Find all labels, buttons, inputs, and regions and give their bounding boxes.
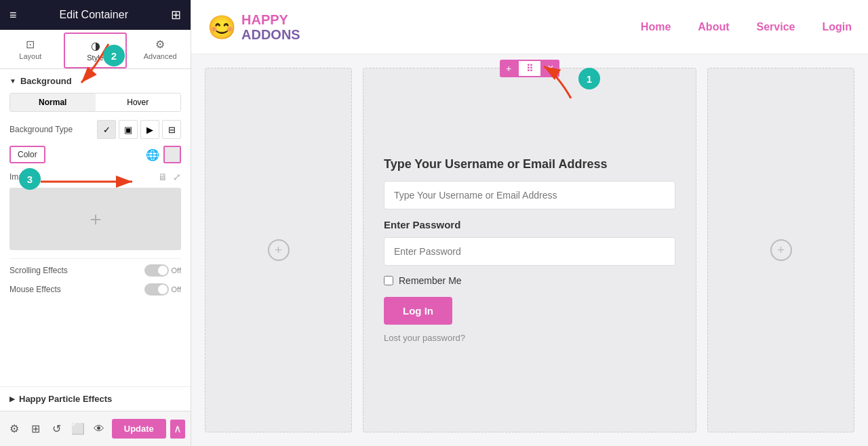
color-globe-icon[interactable]: 🌐 bbox=[146, 148, 159, 161]
color-controls: 🌐 bbox=[146, 146, 181, 163]
login-col: Type Your Username or Email Address Ente… bbox=[363, 68, 696, 432]
logo-happy: HAPPY bbox=[241, 12, 300, 27]
chevron-up-button[interactable]: ∧ bbox=[170, 420, 185, 439]
color-label: Color bbox=[9, 146, 45, 163]
tab-layout[interactable]: ⊡ Layout bbox=[0, 30, 61, 68]
eye-icon[interactable]: 👁 bbox=[90, 418, 107, 440]
logo-emoji: 😊 bbox=[208, 14, 236, 41]
top-nav: 😊 HAPPY ADDONS Home About Service Login bbox=[191, 0, 868, 54]
panel-header: ≡ Edit Container ⊞ bbox=[0, 0, 191, 30]
background-title: Background bbox=[20, 76, 72, 86]
left-col-add-button[interactable]: + bbox=[268, 239, 290, 261]
lost-password-link[interactable]: Lost your password? bbox=[384, 333, 675, 343]
nav-links: Home About Service Login bbox=[641, 21, 852, 33]
element-toolbar: + ⠿ × bbox=[500, 60, 559, 77]
left-col-placeholder: + bbox=[205, 68, 352, 432]
color-row: Color 🌐 bbox=[9, 146, 181, 163]
scrolling-off-label: Off bbox=[172, 266, 181, 275]
hamburger-icon[interactable]: ≡ bbox=[9, 8, 17, 22]
grid-icon[interactable]: ⊞ bbox=[171, 7, 181, 22]
color-swatch[interactable] bbox=[163, 146, 181, 163]
monitor-icon[interactable]: 🖥 bbox=[158, 171, 167, 182]
settings-icon[interactable]: ⚙ bbox=[5, 418, 22, 440]
toolbar-grid-button[interactable]: ⠿ bbox=[517, 60, 542, 77]
logo-addons: ADDONS bbox=[241, 27, 300, 42]
tab-layout-label: Layout bbox=[19, 52, 41, 60]
mouse-effects-label: Mouse Effects bbox=[9, 285, 144, 294]
tab-advanced-label: Advanced bbox=[144, 52, 177, 60]
right-col-placeholder: + bbox=[707, 68, 854, 432]
type-slide-btn[interactable]: ⊟ bbox=[162, 120, 181, 139]
mouse-effects-row: Mouse Effects Off bbox=[9, 283, 181, 296]
tab-style-label: Style bbox=[87, 54, 103, 62]
panel-tabs: ⊡ Layout ◑ Style ⚙ Advanced bbox=[0, 30, 191, 69]
divider-1 bbox=[9, 258, 181, 259]
toolbar-add-button[interactable]: + bbox=[500, 60, 517, 77]
username-input[interactable] bbox=[384, 181, 675, 209]
layers-icon[interactable]: ⊞ bbox=[26, 418, 43, 440]
login-form: Type Your Username or Email Address Ente… bbox=[384, 157, 675, 343]
hover-btn[interactable]: Hover bbox=[96, 94, 181, 111]
image-icons: 🖥 ⤢ bbox=[158, 171, 181, 182]
username-label: Type Your Username or Email Address bbox=[384, 157, 675, 171]
nav-home[interactable]: Home bbox=[641, 21, 671, 33]
scrolling-effects-toggle[interactable]: Off bbox=[144, 264, 181, 277]
scrolling-switch-thumb bbox=[158, 266, 167, 275]
left-panel: ≡ Edit Container ⊞ ⊡ Layout ◑ Style ⚙ Ad… bbox=[0, 0, 191, 446]
background-arrow-icon: ▼ bbox=[9, 77, 16, 85]
image-upload-area[interactable]: ＋ bbox=[9, 188, 181, 250]
particle-effects-label: Happy Particle Effects bbox=[19, 394, 112, 404]
background-type-icons: ✓ ▣ ▶ ⊟ bbox=[97, 120, 181, 139]
main-area: 😊 HAPPY ADDONS Home About Service Login … bbox=[191, 0, 868, 446]
advanced-icon: ⚙ bbox=[155, 38, 165, 51]
remember-label: Remember Me bbox=[399, 275, 462, 286]
nav-login[interactable]: Login bbox=[822, 21, 852, 33]
mouse-off-label: Off bbox=[172, 285, 181, 293]
logo-text: HAPPY ADDONS bbox=[241, 12, 300, 42]
type-video-btn[interactable]: ▶ bbox=[140, 120, 159, 139]
nav-about[interactable]: About bbox=[698, 21, 729, 33]
history-icon[interactable]: ↺ bbox=[48, 418, 65, 440]
scrolling-effects-label: Scrolling Effects bbox=[9, 266, 144, 275]
particle-effects-section: ▶ Happy Particle Effects bbox=[0, 386, 191, 411]
content-area: + Type Your Username or Email Address En… bbox=[191, 54, 868, 446]
mouse-switch-thumb bbox=[158, 285, 167, 294]
update-button[interactable]: Update bbox=[112, 419, 166, 439]
upload-plus-icon: ＋ bbox=[86, 206, 105, 232]
remember-row: Remember Me bbox=[384, 275, 675, 286]
mouse-switch-track[interactable] bbox=[144, 283, 169, 296]
type-color-btn[interactable]: ▣ bbox=[119, 120, 138, 139]
particle-effects-header[interactable]: ▶ Happy Particle Effects bbox=[9, 394, 181, 404]
right-col-add-button[interactable]: + bbox=[770, 239, 792, 261]
mouse-effects-toggle[interactable]: Off bbox=[144, 283, 181, 296]
layout-icon: ⊡ bbox=[26, 38, 35, 51]
step-badge-3: 3 bbox=[19, 168, 41, 190]
login-button[interactable]: Log In bbox=[384, 297, 452, 325]
responsive-icon[interactable]: ⬜ bbox=[69, 418, 86, 440]
tab-advanced[interactable]: ⚙ Advanced bbox=[130, 30, 191, 68]
scrolling-effects-row: Scrolling Effects Off bbox=[9, 264, 181, 277]
nav-service[interactable]: Service bbox=[757, 21, 795, 33]
password-label: Enter Password bbox=[384, 219, 675, 230]
normal-btn[interactable]: Normal bbox=[10, 94, 96, 111]
style-icon: ◑ bbox=[91, 39, 100, 52]
panel-body: ▼ Background Normal Hover Background Typ… bbox=[0, 69, 191, 386]
background-section-header[interactable]: ▼ Background bbox=[9, 76, 181, 86]
type-none-btn[interactable]: ✓ bbox=[97, 120, 116, 139]
logo: 😊 HAPPY ADDONS bbox=[208, 12, 300, 42]
background-type-label: Background Type bbox=[9, 125, 97, 134]
password-input[interactable] bbox=[384, 237, 675, 266]
panel-footer: ⚙ ⊞ ↺ ⬜ 👁 Update ∧ bbox=[0, 411, 191, 446]
scrolling-switch-track[interactable] bbox=[144, 264, 169, 277]
background-type-row: Background Type ✓ ▣ ▶ ⊟ bbox=[9, 120, 181, 139]
step-badge-1: 1 bbox=[578, 68, 600, 89]
remember-checkbox[interactable] bbox=[384, 276, 393, 285]
normal-hover-toggle: Normal Hover bbox=[9, 93, 181, 112]
resize-icon[interactable]: ⤢ bbox=[173, 171, 181, 182]
panel-title: Edit Container bbox=[60, 9, 128, 21]
particle-arrow-icon: ▶ bbox=[9, 395, 15, 403]
step-badge-2: 2 bbox=[103, 45, 125, 66]
toolbar-close-button[interactable]: × bbox=[542, 60, 559, 77]
